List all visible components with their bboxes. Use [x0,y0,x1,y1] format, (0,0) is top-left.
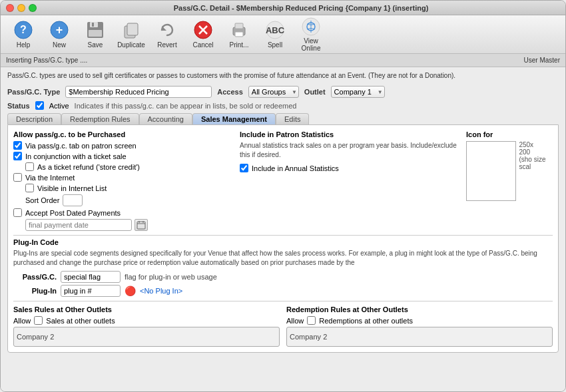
sales-allow-checkbox[interactable] [34,316,43,325]
no-plug-in-link[interactable]: <No Plug In> [140,287,182,295]
sales-allow-row: Allow Sales at other outlets [13,316,280,325]
svg-rect-22 [137,222,145,229]
tab-description[interactable]: Description [7,113,61,124]
via-internet-label: Via the Internet [25,174,75,182]
svg-rect-9 [127,23,138,35]
save-button[interactable]: Save [78,18,113,51]
bottom-section: Sales Rules at Other Outlets Allow Sales… [13,301,553,347]
pass-gc-type-input[interactable] [65,86,212,98]
revert-button[interactable]: Revert [150,18,184,51]
spell-icon: ABC [265,20,285,40]
new-icon: + [49,20,69,40]
view-online-label: View Online [294,37,328,52]
tabs-row: Description Redemption Rules Accounting … [7,113,559,124]
icon-for-title: Icon for [466,130,553,138]
main-window: Pass/G.C. Detail - $Membership Reduced P… [0,0,566,392]
via-patron-checkbox[interactable] [13,141,22,150]
redemption-company-list: Company 2 [286,327,553,347]
close-button[interactable] [6,4,14,12]
pass-gc-type-label: Pass/G.C. Type [7,88,60,96]
minimize-button[interactable] [17,4,25,12]
duplicate-button[interactable]: Duplicate [114,18,148,51]
duplicate-icon [121,20,141,40]
outlet-select[interactable]: Company 1 [331,86,385,98]
new-label: New [53,41,66,49]
sales-rules-title: Sales Rules at Other Outlets [13,305,280,313]
new-button[interactable]: + New [42,18,77,51]
print-icon [229,20,249,40]
conjunction-checkbox[interactable] [13,152,22,160]
help-label: Help [17,41,31,49]
svg-rect-16 [235,32,243,37]
ticket-refund-checkbox[interactable] [25,162,34,171]
status-hint: Indicates if this pass/g.c. can be appea… [75,102,297,110]
tab-redemption-rules[interactable]: Redemption Rules [61,113,139,124]
accept-post-dated-checkbox[interactable] [13,208,22,217]
icon-area [466,141,516,201]
visible-internet-label: Visible in Internet List [37,184,107,192]
pass-gc-plugin-row: Pass/G.C. flag for plug-in or web usage [13,271,553,283]
via-internet-row: Via the Internet [13,173,234,182]
visible-internet-checkbox[interactable] [25,184,34,192]
patron-statistics-desc: Annual statistics track sales on a per p… [240,141,461,160]
status-form-row: Status Active Indicates if this pass/g.c… [7,101,559,110]
final-payment-input[interactable] [25,219,132,231]
svg-rect-6 [89,30,102,37]
via-patron-row: Via pass/g.c. tab on patron screen [13,141,234,150]
redemption-allow-checkbox[interactable] [307,316,316,325]
icon-size-hints: 250x 200 (sho size scal [519,141,553,170]
sales-company-list: Company 2 [13,327,280,347]
plugin-code-desc: Plug-Ins are special code segments desig… [13,249,553,268]
access-select[interactable]: All Groups [248,86,299,98]
status-active-label: Active [49,102,69,110]
plug-in-label: Plug-In [13,287,57,295]
ticket-refund-row: As a ticket refund ('store credit') [25,162,234,171]
window-title: Pass/G.C. Detail - $Membership Reduced P… [42,4,560,12]
tab-edits[interactable]: Edits [276,113,309,124]
revert-label: Revert [157,41,176,49]
sales-company-value: Company 2 [17,333,54,341]
print-button[interactable]: Print... [222,18,256,51]
via-internet-checkbox[interactable] [13,173,22,182]
include-annual-checkbox[interactable] [240,164,248,172]
pass-gc-form-row: Pass/G.C. Type Access All Groups ▼ Outle… [7,86,559,98]
info-banner: Pass/G.C. types are used to sell gift ce… [7,71,559,81]
outlet-select-wrapper: Company 1 ▼ [331,86,385,98]
save-icon [85,20,105,40]
calendar-button[interactable] [135,219,148,231]
svg-text:+: + [56,23,63,37]
sales-at-label: Sales at other outlets [46,317,115,325]
redemption-allow-label: Allow [286,317,304,325]
redemption-rules-title: Redemption Rules at Other Outlets [286,305,553,313]
date-input-row [25,219,234,231]
plug-in-input[interactable] [61,285,121,297]
conjunction-label: In conjunction with a ticket sale [25,152,127,160]
sort-order-row: Sort Order [25,194,234,206]
tab-accounting[interactable]: Accounting [139,113,192,124]
icon-for-section: Icon for 250x 200 (sho size scal [466,130,553,231]
maximize-button[interactable] [29,4,37,12]
view-online-icon [301,17,321,36]
access-label: Access [217,88,243,96]
status-left: Inserting Pass/G.C. type .... [6,57,87,64]
include-annual-label: Include in Annual Statistics [252,164,339,172]
print-label: Print... [230,41,249,49]
help-button[interactable]: ? Help [6,18,41,51]
plug-in-row: Plug-In 🔴 <No Plug In> [13,285,553,297]
patron-statistics-title: Include in Patron Statistics [240,130,461,138]
status-active-checkbox[interactable] [35,101,44,110]
cancel-label: Cancel [192,41,213,49]
sort-order-input[interactable] [63,194,83,206]
view-online-button[interactable]: View Online [294,18,328,51]
pass-gc-plugin-input[interactable] [61,271,121,283]
toolbar: ? Help + New Save [1,15,565,54]
sort-order-label: Sort Order [25,196,59,204]
allow-purchased-title: Allow pass/g.c. to be Purchased [13,130,234,138]
spell-button[interactable]: ABC Spell [258,18,292,51]
traffic-lights [6,4,37,12]
tab-sales-management[interactable]: Sales Management [192,113,276,124]
svg-text:?: ? [20,24,27,35]
cancel-button[interactable]: Cancel [186,18,220,51]
svg-rect-15 [235,23,243,29]
conjunction-row: In conjunction with a ticket sale [13,152,234,160]
